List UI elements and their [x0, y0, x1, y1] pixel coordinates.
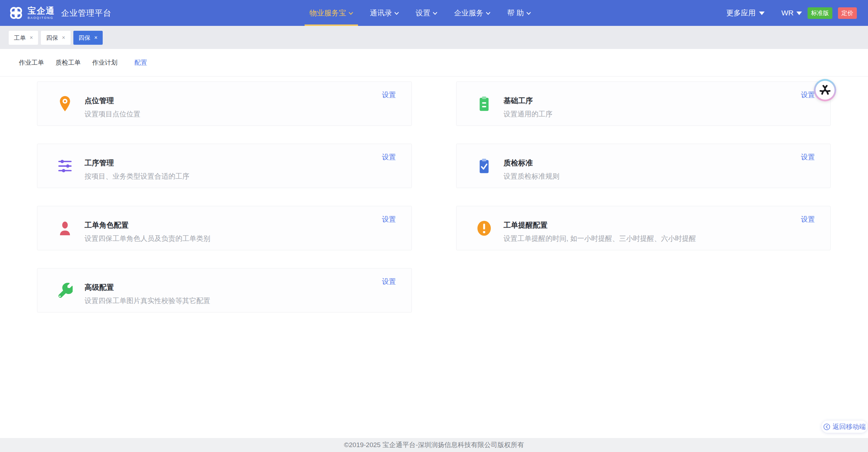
subnav-quality-orders[interactable]: 质检工单: [56, 58, 81, 67]
chevron-down-icon: [394, 12, 399, 15]
card-description: 设置质检标准规则: [504, 172, 560, 181]
pricing-badge[interactable]: 定价: [838, 7, 857, 19]
chevron-down-icon: [526, 12, 531, 15]
subnav-divider: [0, 76, 868, 77]
nav-item-contacts[interactable]: 通讯录: [370, 0, 399, 26]
card-quality-standards: 质检标准 设置质检标准规则 设置: [456, 144, 831, 188]
header-right: 更多应用 WR 标准版 定价: [726, 0, 857, 26]
settings-link[interactable]: 设置: [382, 90, 396, 100]
settings-link[interactable]: 设置: [382, 215, 396, 224]
card-title: 高级配置: [85, 282, 114, 292]
copyright-text: ©2019-2025 宝企通平台-深圳润扬信息科技有限公司版权所有: [344, 440, 524, 450]
app-title: 企业管理平台: [61, 8, 111, 19]
card-procedure-management: 工序管理 按项目、业务类型设置合适的工序 设置: [37, 144, 412, 188]
nav-item-enterprise-services[interactable]: 企业服务: [454, 0, 490, 26]
chevron-down-icon: [433, 12, 437, 15]
ai-assistant-logo-icon: [819, 84, 831, 96]
config-cards-grid: 点位管理 设置项目点位位置 设置 基础工序 设置通用的工序 设置: [37, 81, 831, 313]
nav-item-property-service[interactable]: 物业服务宝: [309, 0, 353, 26]
baoqitong-logo-icon: [9, 6, 23, 20]
map-pin-icon: [57, 93, 73, 114]
card-workorder-reminders: 工单提醒配置 设置工单提醒的时间, 如一小时提醒、三小时提醒、六小时提醒 设置: [456, 206, 831, 250]
page: 宝企通 BAOQITONG 企业管理平台 物业服务宝 通讯录 设置 企业服务: [0, 0, 868, 452]
card-point-management: 点位管理 设置项目点位位置 设置: [37, 81, 412, 126]
caret-down-icon: [796, 12, 802, 15]
card-description: 设置项目点位位置: [85, 109, 140, 119]
card-title: 质检标准: [504, 158, 533, 168]
chevron-down-icon: [486, 12, 490, 15]
clipboard-icon: [476, 93, 492, 114]
tab-gongdan[interactable]: 工单 ×: [9, 31, 38, 45]
close-icon[interactable]: ×: [30, 35, 33, 41]
subnav-work-orders[interactable]: 作业工单: [19, 58, 44, 67]
card-title: 基础工序: [504, 96, 533, 106]
card-description: 设置四保工单角色人员及负责的工单类别: [85, 234, 210, 243]
subnav-work-plans[interactable]: 作业计划: [92, 58, 117, 67]
brand: 宝企通 BAOQITONG 企业管理平台: [9, 6, 111, 20]
user-menu[interactable]: WR: [781, 9, 802, 17]
card-title: 点位管理: [85, 96, 114, 106]
settings-link[interactable]: 设置: [801, 152, 815, 162]
nav-item-settings[interactable]: 设置: [416, 0, 437, 26]
card-workorder-roles: 工单角色配置 设置四保工单角色人员及负责的工单类别 设置: [37, 206, 412, 250]
caret-down-icon: [759, 12, 765, 15]
user-initials: WR: [781, 9, 794, 17]
card-title: 工单角色配置: [85, 220, 129, 230]
clipboard-check-icon: [476, 156, 492, 177]
user-icon: [57, 218, 73, 239]
close-icon[interactable]: ×: [94, 35, 97, 41]
settings-link[interactable]: 设置: [382, 152, 396, 162]
sub-nav: 作业工单 质检工单 作业计划 配置: [0, 49, 868, 76]
settings-link[interactable]: 设置: [801, 215, 815, 224]
card-description: 设置通用的工序: [504, 109, 553, 119]
sliders-icon: [57, 156, 73, 177]
card-title: 工序管理: [85, 158, 114, 168]
card-title: 工单提醒配置: [504, 220, 548, 230]
back-to-mobile-button[interactable]: 返回移动端: [822, 421, 867, 433]
card-advanced-config: 高级配置 设置四保工单图片真实性校验等其它配置 设置: [37, 268, 412, 313]
open-tabs-bar: 工单 × 四保 × 四保 ×: [0, 26, 868, 49]
alert-icon: [476, 218, 492, 239]
settings-link[interactable]: 设置: [382, 277, 396, 286]
chevron-left-circle-icon: [823, 423, 830, 430]
tab-sibao-1[interactable]: 四保 ×: [41, 31, 70, 45]
card-description: 设置四保工单图片真实性校验等其它配置: [85, 296, 210, 306]
close-icon[interactable]: ×: [62, 35, 65, 41]
footer: ©2019-2025 宝企通平台-深圳润扬信息科技有限公司版权所有: [0, 438, 868, 452]
brand-subtitle: BAOQITONG: [28, 16, 55, 20]
top-navbar: 宝企通 BAOQITONG 企业管理平台 物业服务宝 通讯录 设置 企业服务: [0, 0, 868, 26]
standard-edition-badge[interactable]: 标准版: [808, 7, 832, 19]
more-apps-button[interactable]: 更多应用: [726, 8, 765, 18]
ai-assistant-floating-button[interactable]: [814, 79, 836, 101]
subnav-config-active[interactable]: 配置: [134, 58, 147, 67]
main-nav: 物业服务宝 通讯录 设置 企业服务 帮 助: [309, 0, 531, 26]
brand-name: 宝企通: [28, 7, 55, 15]
back-to-mobile-label: 返回移动端: [833, 422, 866, 431]
card-description: 设置工单提醒的时间, 如一小时提醒、三小时提醒、六小时提醒: [504, 234, 696, 243]
card-basic-procedures: 基础工序 设置通用的工序 设置: [456, 81, 831, 126]
card-description: 按项目、业务类型设置合适的工序: [85, 172, 189, 181]
settings-link[interactable]: 设置: [801, 90, 815, 100]
wrench-icon: [57, 280, 73, 301]
nav-item-help[interactable]: 帮 助: [507, 0, 531, 26]
tab-sibao-2-active[interactable]: 四保 ×: [73, 31, 103, 45]
chevron-down-icon: [349, 12, 353, 15]
